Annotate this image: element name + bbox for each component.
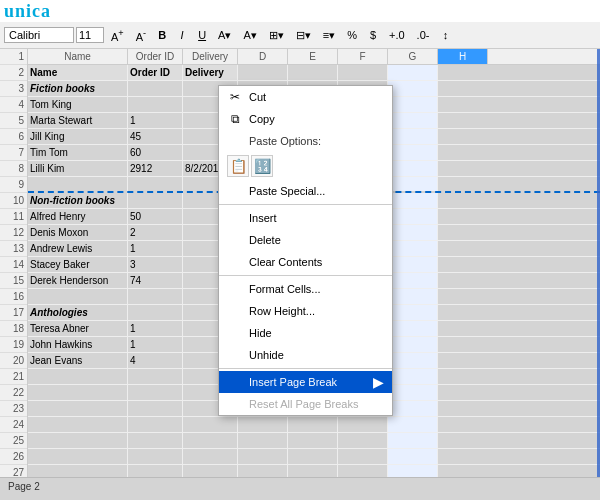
cell-order-12[interactable]: 1: [128, 241, 183, 256]
cell-extra-25-2[interactable]: [338, 449, 388, 464]
font-size-input[interactable]: [76, 27, 104, 43]
cell-name-5[interactable]: Jill King: [28, 129, 128, 144]
cell-extra-23-0[interactable]: [238, 417, 288, 432]
cell-order-14[interactable]: 74: [128, 273, 183, 288]
underline-button[interactable]: U: [193, 27, 211, 43]
decrease-decimal-button[interactable]: .0-: [412, 27, 435, 43]
cell-name-8[interactable]: [28, 177, 128, 191]
cell-extra-23-1[interactable]: [288, 417, 338, 432]
cell-order-26[interactable]: [128, 465, 183, 477]
cell-order-4[interactable]: 1: [128, 113, 183, 128]
cell-order-22[interactable]: [128, 401, 183, 416]
delete-menu-item[interactable]: Delete: [219, 229, 392, 251]
cell-name-17[interactable]: Teresa Abner: [28, 321, 128, 336]
grid-row-24[interactable]: [28, 433, 600, 449]
cell-extra-18-3[interactable]: [388, 337, 438, 352]
cell-order-20[interactable]: [128, 369, 183, 384]
grid-row-23[interactable]: [28, 417, 600, 433]
cell-name-4[interactable]: Marta Stewart: [28, 113, 128, 128]
cell-extra-6-3[interactable]: [388, 145, 438, 160]
clear-contents-menu-item[interactable]: Clear Contents: [219, 251, 392, 273]
row-height-menu-item[interactable]: Row Height...: [219, 300, 392, 322]
reset-page-breaks-menu-item[interactable]: Reset All Page Breaks: [219, 393, 392, 415]
cell-extra-25-0[interactable]: [238, 449, 288, 464]
grid-row-25[interactable]: [28, 449, 600, 465]
cell-name-9[interactable]: Non-fiction books: [28, 193, 128, 208]
cell-extra-26-1[interactable]: [288, 465, 338, 477]
grid-row-26[interactable]: [28, 465, 600, 477]
cell-order-18[interactable]: 1: [128, 337, 183, 352]
cell-order-7[interactable]: 2912: [128, 161, 183, 176]
cell-extra-20-3[interactable]: [388, 369, 438, 384]
grid-row-1[interactable]: NameOrder IDDelivery: [28, 65, 600, 81]
cell-extra-19-3[interactable]: [388, 353, 438, 368]
cell-extra-8-3[interactable]: [388, 177, 438, 191]
merge-button[interactable]: ⊟▾: [291, 27, 316, 44]
cell-extra-17-3[interactable]: [388, 321, 438, 336]
cell-order-17[interactable]: 1: [128, 321, 183, 336]
font-name-input[interactable]: [4, 27, 74, 43]
cell-name-22[interactable]: [28, 401, 128, 416]
cell-delivery-24[interactable]: [183, 433, 238, 448]
cell-name-11[interactable]: Denis Moxon: [28, 225, 128, 240]
cell-name-2[interactable]: Fiction books: [28, 81, 128, 96]
paste-icon-1[interactable]: 📋: [227, 155, 249, 177]
cell-extra-24-2[interactable]: [338, 433, 388, 448]
cell-name-26[interactable]: [28, 465, 128, 477]
cell-extra-23-2[interactable]: [338, 417, 388, 432]
cell-delivery-1[interactable]: Delivery: [183, 65, 238, 80]
cell-extra-22-3[interactable]: [388, 401, 438, 416]
cell-delivery-23[interactable]: [183, 417, 238, 432]
grow-font-button[interactable]: A+: [106, 26, 129, 45]
paste-special-menu-item[interactable]: Paste Special...: [219, 180, 392, 202]
fill-color-button[interactable]: A▾: [213, 27, 236, 44]
percent-button[interactable]: %: [342, 27, 362, 43]
cell-name-13[interactable]: Stacey Baker: [28, 257, 128, 272]
cell-delivery-26[interactable]: [183, 465, 238, 477]
cell-order-3[interactable]: [128, 97, 183, 112]
cell-order-15[interactable]: [128, 289, 183, 304]
cell-extra-26-0[interactable]: [238, 465, 288, 477]
cell-extra-14-3[interactable]: [388, 273, 438, 288]
cell-order-10[interactable]: 50: [128, 209, 183, 224]
cell-extra-24-3[interactable]: [388, 433, 438, 448]
cell-extra-23-3[interactable]: [388, 417, 438, 432]
font-color-button[interactable]: A▾: [238, 27, 261, 44]
cell-extra-7-3[interactable]: [388, 161, 438, 176]
cell-name-16[interactable]: Anthologies: [28, 305, 128, 320]
cell-name-18[interactable]: John Hawkins: [28, 337, 128, 352]
increase-decimal-button[interactable]: +.0: [384, 27, 410, 43]
insert-page-break-menu-item[interactable]: Insert Page Break ▶: [219, 371, 392, 393]
cell-name-19[interactable]: Jean Evans: [28, 353, 128, 368]
cell-order-24[interactable]: [128, 433, 183, 448]
cell-order-21[interactable]: [128, 385, 183, 400]
paste-icon-2[interactable]: 🔢: [251, 155, 273, 177]
cell-order-2[interactable]: [128, 81, 183, 96]
borders-button[interactable]: ⊞▾: [264, 27, 289, 44]
cell-extra-26-2[interactable]: [338, 465, 388, 477]
cell-extra-1-1[interactable]: [288, 65, 338, 80]
cell-name-20[interactable]: [28, 369, 128, 384]
cell-name-10[interactable]: Alfred Henry: [28, 209, 128, 224]
cell-name-24[interactable]: [28, 433, 128, 448]
cell-name-3[interactable]: Tom King: [28, 97, 128, 112]
sort-button[interactable]: ↕: [436, 27, 454, 43]
bold-button[interactable]: B: [153, 27, 171, 43]
cell-order-6[interactable]: 60: [128, 145, 183, 160]
cell-extra-10-3[interactable]: [388, 209, 438, 224]
cell-extra-9-3[interactable]: [388, 193, 438, 208]
cell-extra-4-3[interactable]: [388, 113, 438, 128]
cell-order-9[interactable]: [128, 193, 183, 208]
cell-extra-24-1[interactable]: [288, 433, 338, 448]
cell-order-11[interactable]: 2: [128, 225, 183, 240]
cell-name-6[interactable]: Tim Tom: [28, 145, 128, 160]
cell-extra-21-3[interactable]: [388, 385, 438, 400]
cell-order-13[interactable]: 3: [128, 257, 183, 272]
cell-name-21[interactable]: [28, 385, 128, 400]
cell-extra-2-3[interactable]: [388, 81, 438, 96]
cell-extra-16-3[interactable]: [388, 305, 438, 320]
cell-order-5[interactable]: 45: [128, 129, 183, 144]
cell-extra-12-3[interactable]: [388, 241, 438, 256]
insert-menu-item[interactable]: Insert: [219, 207, 392, 229]
cell-extra-25-1[interactable]: [288, 449, 338, 464]
